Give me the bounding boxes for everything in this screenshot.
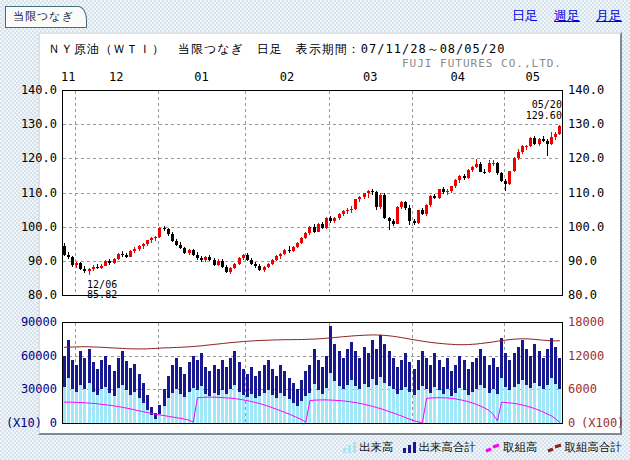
volume-bars-icon (343, 442, 356, 453)
svg-text:(X10): (X10) (6, 416, 42, 430)
legend-item-volume: 出来高 (343, 440, 394, 455)
period-link-bar: 日足 週足 月足 (512, 7, 622, 25)
page: { "tab": { "label": "当限つなぎ" }, "period_l… (0, 0, 630, 460)
legend-label: 出来高合計 (419, 440, 477, 455)
tab-current-contract[interactable]: 当限つなぎ (5, 6, 87, 28)
legend-label: 取組高合計 (565, 440, 623, 455)
legend-label: 出来高 (359, 440, 394, 455)
monthly-link[interactable]: 月足 (596, 7, 622, 25)
open-interest-total-line-icon (547, 443, 562, 453)
daily-link[interactable]: 日足 (512, 7, 538, 25)
legend-item-open-interest-total: 取組高合計 (547, 440, 623, 455)
chart-panel: ＮＹ原油（ＷＴＩ） 当限つなぎ 日足 表示期間：07/11/28～08/05/2… (38, 32, 622, 435)
volume-total-bars-icon (403, 442, 416, 453)
legend-item-open-interest: 取組高 (485, 440, 538, 455)
weekly-link[interactable]: 週足 (554, 7, 580, 25)
legend-item-volume-total: 出来高合計 (403, 440, 477, 455)
chart-title: ＮＹ原油（ＷＴＩ） 当限つなぎ 日足 表示期間：07/11/28～08/05/2… (48, 41, 505, 58)
open-interest-line-icon (485, 443, 500, 453)
legend-label: 取組高 (503, 440, 538, 455)
brand-text: FUJI FUTURES CO.,LTD. (402, 57, 562, 70)
chart-legend: 出来高 出来高合計 取組高 取組高合計 (38, 440, 622, 455)
